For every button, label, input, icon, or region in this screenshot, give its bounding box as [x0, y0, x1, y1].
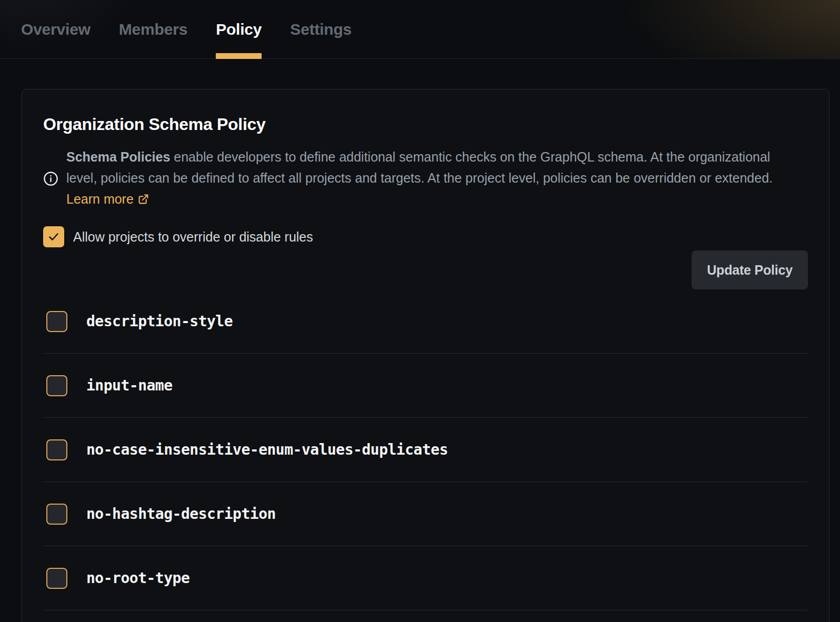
policy-description: Schema Policies enable developers to def… [43, 146, 808, 210]
tab-settings[interactable]: Settings [290, 0, 352, 58]
allow-override-checkbox[interactable] [43, 226, 64, 247]
policy-card: Organization Schema Policy Schema Polici… [22, 89, 829, 622]
tab-members[interactable]: Members [119, 0, 187, 58]
tab-policy[interactable]: Policy [216, 0, 262, 58]
rule-row-no-root-type: no-root-type [43, 546, 808, 610]
policy-description-text: Schema Policies enable developers to def… [66, 146, 788, 210]
rule-name: no-hashtag-description [86, 505, 276, 523]
rule-checkbox-no-case-insensitive-enum-values-duplicates[interactable] [46, 439, 67, 460]
main-content: Organization Schema Policy Schema Polici… [0, 59, 840, 622]
description-bold-text: Schema Policies [66, 149, 170, 164]
tab-bar: Overview Members Policy Settings [0, 0, 840, 59]
rule-row-no-hashtag-description: no-hashtag-description [43, 482, 808, 546]
info-icon [43, 171, 58, 186]
update-policy-button[interactable]: Update Policy [692, 250, 808, 289]
rule-name: input-name [86, 377, 173, 394]
rule-row-description-style: description-style [43, 289, 808, 354]
allow-override-row: Allow projects to override or disable ru… [43, 226, 808, 247]
rule-name: no-case-insensitive-enum-values-duplicat… [86, 441, 448, 458]
rule-row-input-name: input-name [43, 354, 808, 418]
rules-list: description-style input-name no-case-ins… [43, 289, 808, 610]
tab-overview[interactable]: Overview [21, 0, 91, 58]
checkmark-icon [47, 230, 60, 243]
button-row: Update Policy [43, 250, 808, 289]
rule-name: no-root-type [86, 569, 189, 587]
rule-checkbox-input-name[interactable] [46, 375, 67, 396]
rule-checkbox-no-hashtag-description[interactable] [46, 504, 67, 525]
allow-override-label: Allow projects to override or disable ru… [73, 229, 313, 245]
rule-checkbox-no-root-type[interactable] [46, 568, 67, 589]
page-title: Organization Schema Policy [43, 113, 808, 136]
rule-name: description-style [86, 313, 233, 330]
learn-more-link[interactable]: Learn more [66, 192, 149, 206]
description-body-text: enable developers to define additional s… [66, 149, 773, 185]
external-link-icon [138, 189, 149, 210]
rule-row-no-case-insensitive-enum-values-duplicates: no-case-insensitive-enum-values-duplicat… [43, 418, 808, 482]
rule-checkbox-description-style[interactable] [46, 311, 67, 332]
